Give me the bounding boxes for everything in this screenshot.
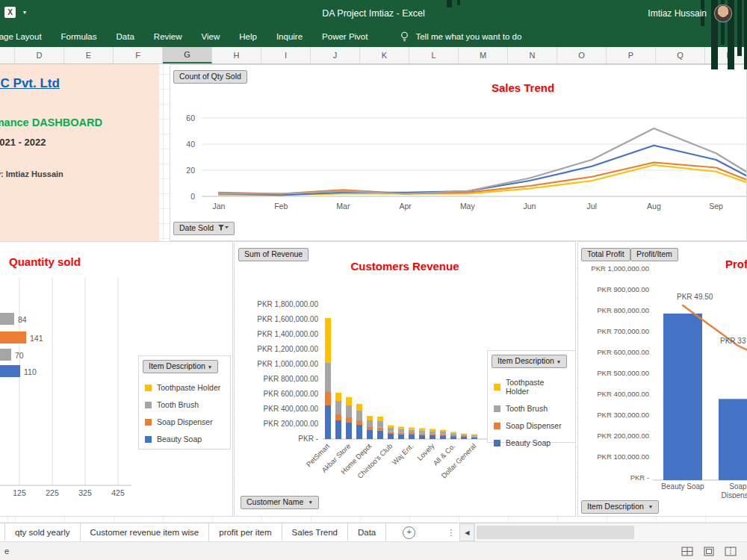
column-header-m[interactable]: M — [459, 47, 508, 63]
rev-stack-soap-dispenser — [461, 436, 467, 437]
column-header-i[interactable]: I — [261, 47, 311, 63]
sheet-tab-qty-sold-yearly[interactable]: qty sold yearly — [4, 523, 81, 541]
column-header-n[interactable]: N — [508, 47, 557, 63]
page-layout-view-icon[interactable] — [703, 547, 715, 556]
hscroll-left-arrow[interactable]: ◀ — [459, 523, 474, 541]
count-of-qty-sold-field-button[interactable]: Count of Qty Sold — [173, 70, 247, 84]
profit-per-item-field-button[interactable]: Profit/Item — [630, 248, 678, 261]
svg-text:PKR 400,000.00: PKR 400,000.00 — [597, 390, 649, 398]
ribbon-tab-inquire[interactable]: Inquire — [267, 26, 312, 47]
rev-stack-tooth-brush — [367, 420, 373, 427]
rev-stack-toothpaste-holder — [325, 318, 331, 363]
series-line-tooth-brush — [219, 128, 747, 194]
ribbon-tab-review[interactable]: Review — [144, 26, 192, 47]
ribbon-tab-view[interactable]: View — [192, 26, 230, 47]
qty-bar — [0, 332, 26, 343]
horizontal-scrollbar-thumb[interactable] — [477, 526, 634, 539]
rev-stack-tooth-brush — [461, 435, 467, 436]
column-header-f[interactable]: F — [114, 47, 163, 63]
ribbon-tab-page-layout[interactable]: Page Layout — [0, 26, 52, 47]
svg-text:PKR 33: PKR 33 — [720, 337, 746, 345]
rev-stack-beauty-soap — [419, 435, 425, 440]
svg-text:PKR 800,000.00: PKR 800,000.00 — [264, 375, 319, 383]
date-sold-filter-button[interactable]: Date Sold — [173, 222, 235, 235]
svg-text:PKR 300,000.00: PKR 300,000.00 — [597, 411, 649, 419]
total-profit-field-button[interactable]: Total Profit — [581, 248, 630, 261]
legend-swatch — [145, 402, 152, 408]
column-header-g[interactable]: G — [163, 47, 212, 63]
rev-stack-soap-dispenser — [419, 434, 425, 435]
qty-bar — [0, 349, 11, 361]
column-header-j[interactable]: J — [311, 47, 360, 63]
rev-stack-soap-dispenser — [450, 435, 456, 436]
item-description-legend-button[interactable]: Item Description ▼ — [143, 360, 218, 373]
dashboard-period: 2021 - 2022 — [0, 137, 46, 148]
svg-text:Feb: Feb — [274, 202, 288, 211]
ribbon-tab-power-pivot[interactable]: Power Pivot — [312, 26, 377, 47]
ribbon-tab-data[interactable]: Data — [107, 26, 144, 47]
svg-text:PKR 800,000.00: PKR 800,000.00 — [597, 306, 649, 314]
legend-label: Toothpaste Holder — [506, 378, 569, 396]
sheet-tab-customer-revenue-item-wise[interactable]: Customer revenue item wise — [81, 523, 210, 541]
svg-text:PKR 1,200,000.00: PKR 1,200,000.00 — [257, 345, 318, 353]
legend-label: Beauty Soap — [157, 435, 202, 444]
svg-text:Jul: Jul — [586, 202, 596, 211]
legend-swatch — [494, 405, 500, 412]
ribbon-tab-formulas[interactable]: Formulas — [52, 26, 107, 47]
rev-stack-toothpaste-holder — [450, 432, 456, 434]
legend-item-beauty-soap: Beauty Soap — [145, 435, 224, 444]
legend-label: Beauty Soap — [506, 438, 551, 447]
rev-stack-soap-dispenser — [471, 437, 477, 438]
svg-text:425: 425 — [111, 488, 125, 497]
rev-stack-soap-dispenser — [398, 432, 404, 434]
legend-label: Toothpaste Holder — [157, 383, 220, 392]
column-header-p[interactable]: P — [607, 47, 656, 63]
new-sheet-button[interactable]: + — [403, 523, 415, 541]
column-header-o[interactable]: O — [557, 47, 607, 63]
status-bar: e — [0, 541, 747, 560]
rev-stack-tooth-brush — [388, 428, 394, 432]
tab-scroll-dots[interactable]: ⋮ — [447, 523, 455, 541]
excel-app-icon[interactable]: X — [4, 7, 16, 18]
horizontal-scrollbar[interactable] — [474, 523, 747, 541]
item-description-legend-button[interactable]: Item Description ▼ — [492, 355, 567, 368]
sheet-tab-bar: qty sold yearlyCustomer revenue item wis… — [0, 523, 747, 541]
rev-stack-toothpaste-holder — [346, 397, 352, 405]
column-header-l[interactable]: L — [409, 47, 459, 63]
legend-swatch — [494, 384, 500, 391]
legend-swatch — [494, 423, 500, 429]
rev-stack-tooth-brush — [335, 401, 341, 414]
column-header-q[interactable]: Q — [656, 47, 705, 63]
column-header-k[interactable]: K — [360, 47, 409, 63]
legend-item-toothpaste-holder: Toothpaste Holder — [145, 383, 224, 392]
ribbon-tab-help[interactable]: Help — [229, 26, 267, 47]
customers-revenue-legend: Item Description ▼ Toothpaste HolderToot… — [487, 350, 576, 443]
svg-text:225: 225 — [46, 488, 59, 497]
rev-stack-tooth-brush — [471, 435, 477, 437]
rev-stack-tooth-brush — [377, 421, 383, 428]
avatar[interactable] — [714, 4, 732, 22]
rev-stack-toothpaste-holder — [335, 393, 341, 401]
customer-name-filter-button[interactable]: Customer Name▼ — [241, 496, 319, 509]
rev-stack-soap-dispenser — [356, 420, 362, 425]
item-description-filter-button[interactable]: Item Description▼ — [581, 500, 659, 514]
rev-stack-beauty-soap — [377, 431, 383, 440]
rev-stack-soap-dispenser — [440, 435, 446, 436]
column-header-e[interactable]: E — [64, 47, 114, 63]
rev-stack-beauty-soap — [356, 425, 362, 439]
legend-item-beauty-soap: Beauty Soap — [494, 438, 569, 447]
normal-view-icon[interactable] — [681, 547, 693, 556]
tell-me-box[interactable]: Tell me what you want to do — [400, 31, 521, 43]
tell-me-label: Tell me what you want to do — [415, 32, 521, 41]
sheet-tab-data[interactable]: Data — [348, 523, 386, 541]
quick-access-dropdown-icon[interactable]: ▾ — [23, 9, 26, 16]
column-header-h[interactable]: H — [212, 47, 261, 63]
sheet-tab-profit-per-item[interactable]: profit per item — [209, 523, 282, 541]
user-area[interactable]: Imtiaz Hussain — [648, 0, 732, 26]
rev-stack-tooth-brush — [450, 433, 456, 435]
rev-stack-tooth-brush — [356, 411, 362, 420]
sheet-tab-sales-trend[interactable]: Sales Trend — [282, 523, 348, 541]
column-header-d[interactable]: D — [15, 47, 64, 63]
page-break-view-icon[interactable] — [725, 547, 737, 556]
rev-stack-beauty-soap — [409, 435, 415, 439]
